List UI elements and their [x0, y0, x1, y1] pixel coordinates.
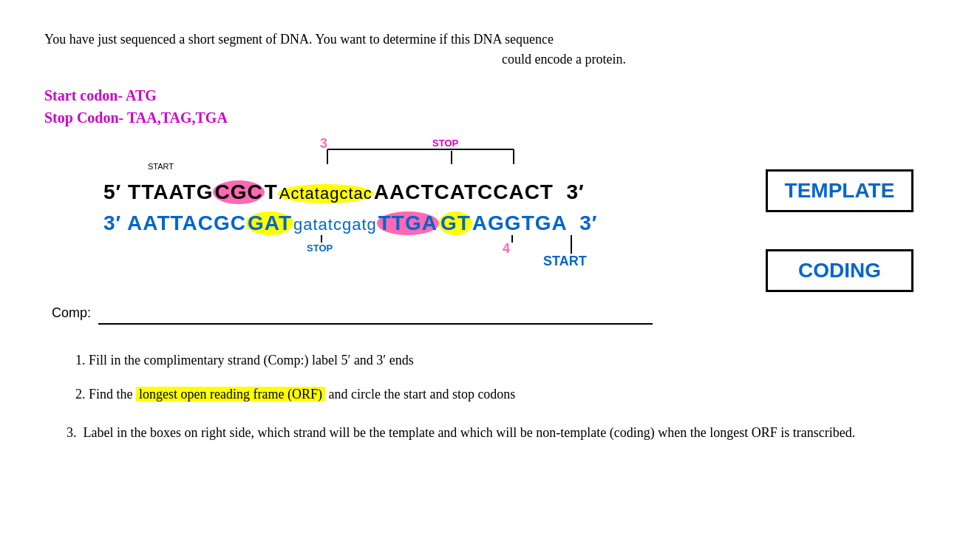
- start-codon-label: Start codon- ATG: [44, 84, 936, 106]
- boxes-col: TEMPLATE CODING: [758, 169, 921, 292]
- template-box: TEMPLATE: [766, 169, 913, 212]
- legend: Start codon- ATG Stop Codon- TAA,TAG,TGA: [44, 84, 936, 129]
- template-strand-row: 5′ TTAATGCGCTActatagctacAACTCATCCACT 3′: [103, 180, 758, 204]
- intro-line1: You have just sequenced a short segment …: [44, 30, 936, 50]
- cgc-highlight: CGC: [213, 180, 264, 204]
- comp-label-text: Comp:: [52, 305, 91, 321]
- intro-text: You have just sequenced a short segment …: [44, 30, 936, 70]
- annotations-above: START 3 STOP: [159, 136, 758, 180]
- instructions: Fill in the complimentary strand (Comp:)…: [44, 347, 936, 444]
- ttga-highlight: TTGA: [377, 211, 439, 235]
- instruction-item-3: 3. Label in the boxes on right side, whi…: [67, 422, 936, 444]
- instruction-item-2: Find the longest open reading frame (ORF…: [89, 381, 936, 407]
- gat-highlight: GAT: [246, 211, 293, 235]
- instruction-item-1: Fill in the complimentary strand (Comp:)…: [89, 347, 936, 373]
- template-strand-text: 5′ TTAATGCGCTActatagctacAACTCATCCACT 3′: [103, 180, 585, 204]
- intro-line2: could encode a protein.: [192, 50, 936, 70]
- annotations-below: STOP 4 START: [159, 235, 758, 287]
- orf-highlight: longest open reading frame (ORF): [136, 387, 325, 402]
- dna-area: START 3 STOP: [44, 136, 936, 325]
- gatatcgatg-text: gatatcgatg: [293, 215, 377, 234]
- gtag-highlight: GT: [439, 211, 472, 235]
- comp-area: Comp:: [52, 291, 758, 325]
- strands-and-boxes: START 3 STOP: [44, 136, 936, 325]
- instructions-list: Fill in the complimentary strand (Comp:)…: [89, 347, 936, 407]
- comp-strand-text: 3′ AATTACGCGATgatatcgatgTTGAGTAGGTGA 3′: [103, 211, 598, 235]
- comp-line: [98, 323, 653, 325]
- strands-col: START 3 STOP: [44, 136, 758, 325]
- comp-strand-row: 3′ AATTACGCGATgatatcgatgTTGAGTAGGTGA 3′: [103, 211, 758, 235]
- bracket-svg-bottom: [159, 235, 676, 287]
- stop-codon-label: Stop Codon- TAA,TAG,TGA: [44, 106, 936, 129]
- actatagctac-text: Actatagctac: [278, 184, 374, 203]
- bracket-svg-top: [159, 136, 676, 180]
- coding-box: CODING: [766, 249, 913, 292]
